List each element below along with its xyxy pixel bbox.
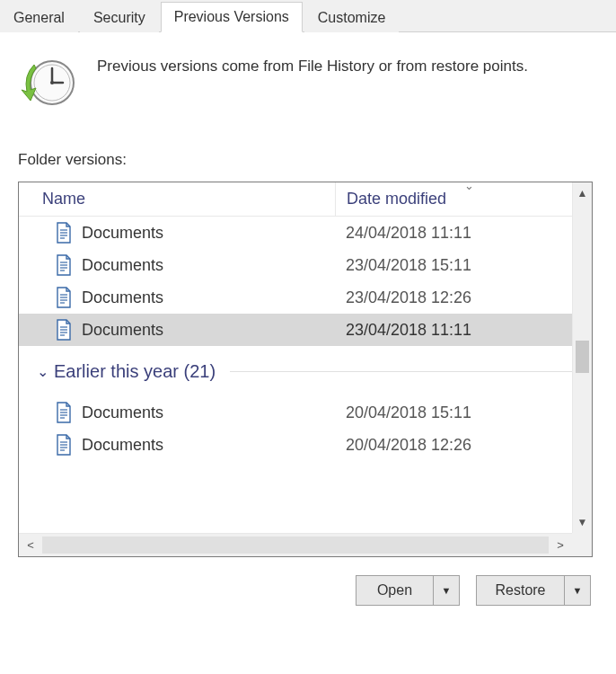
item-name: Documents [82,288,163,307]
scroll-left-icon[interactable]: < [19,534,42,557]
list-item[interactable]: Documents 23/04/2018 11:11 [19,314,592,346]
list-item[interactable]: Documents 23/04/2018 12:26 [19,281,592,314]
document-icon [55,319,73,341]
item-name: Documents [82,404,163,422]
list-header: Name Date modified ⌄ [19,182,592,217]
open-button[interactable]: Open ▼ [356,575,460,606]
document-icon [55,434,73,456]
list-item[interactable]: Documents 20/04/2018 12:26 [19,429,592,461]
tab-panel: Previous versions come from File History… [0,32,616,624]
item-name: Documents [82,436,163,455]
scroll-down-icon[interactable]: ▼ [573,511,592,533]
info-text: Previous versions come from File History… [97,54,528,78]
item-date: 20/04/2018 12:26 [335,436,592,455]
vertical-scrollbar[interactable]: ▲ ▼ [572,182,592,533]
tab-strip: General Security Previous Versions Custo… [0,0,616,32]
scroll-right-icon[interactable]: > [549,534,572,557]
restore-button[interactable]: Restore ▼ [476,575,591,606]
list-item[interactable]: Documents 20/04/2018 15:11 [19,396,592,429]
column-date-header[interactable]: Date modified [335,182,592,216]
scroll-track[interactable] [42,537,549,554]
document-icon [55,287,73,308]
horizontal-scrollbar[interactable]: < > [19,533,572,556]
list-item[interactable]: Documents 24/04/2018 11:11 [19,217,592,249]
item-date: 23/04/2018 15:11 [335,256,592,275]
document-icon [55,222,73,244]
history-clock-icon [18,54,75,111]
open-button-label[interactable]: Open [356,576,434,605]
chevron-down-icon: ⌄ [37,363,48,380]
info-row: Previous versions come from File History… [18,54,598,111]
action-buttons: Open ▼ Restore ▼ [18,575,598,606]
list-item[interactable]: Documents 23/04/2018 15:11 [19,249,592,281]
open-dropdown-icon[interactable]: ▼ [434,576,459,605]
document-icon [55,402,73,423]
item-name: Documents [82,224,163,243]
scroll-thumb[interactable] [576,341,589,373]
item-date: 24/04/2018 11:11 [335,224,592,243]
item-date: 23/04/2018 11:11 [335,321,592,340]
tab-previous-versions[interactable]: Previous Versions [161,2,303,32]
tab-customize[interactable]: Customize [304,3,400,32]
restore-button-label[interactable]: Restore [477,576,565,605]
tab-security[interactable]: Security [80,3,159,32]
item-date: 20/04/2018 15:11 [335,404,592,422]
scroll-corner [572,533,592,556]
scroll-up-icon[interactable]: ▲ [573,182,592,204]
column-name-header[interactable]: Name [19,190,335,208]
list-body: Documents 24/04/2018 12:26 Documents 24/… [19,217,592,556]
restore-dropdown-icon[interactable]: ▼ [565,576,590,605]
svg-point-4 [50,81,54,84]
item-name: Documents [82,256,163,275]
group-divider [230,371,583,372]
versions-list: Name Date modified ⌄ Documents 24/04/201… [18,182,593,557]
document-icon [55,254,73,276]
tab-general[interactable]: General [0,3,78,32]
properties-window: General Security Previous Versions Custo… [0,0,616,674]
group-header[interactable]: ⌄ Earlier this year (21) [19,346,592,396]
item-name: Documents [82,321,163,340]
folder-versions-label: Folder versions: [18,151,598,169]
group-label: Earlier this year (21) [54,361,216,382]
sort-indicator-icon: ⌄ [464,179,474,192]
item-date: 23/04/2018 12:26 [335,288,592,307]
